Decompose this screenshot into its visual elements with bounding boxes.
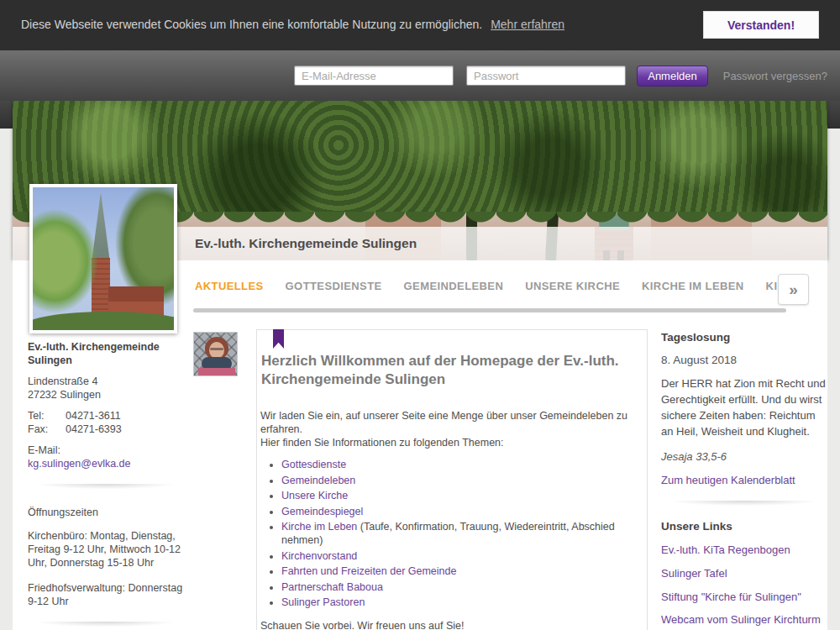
list-item: Gemeindeleben <box>281 474 638 487</box>
article-intro: Wir laden Sie ein, auf unserer Seite ein… <box>260 409 638 449</box>
kalenderblatt-link[interactable]: Zum heutigen Kalenderblatt <box>661 474 827 486</box>
tab-gemeindeleben[interactable]: GEMEINDELEBEN <box>404 280 504 292</box>
list-item: Sulinger Pastoren <box>281 596 638 609</box>
topic-link-kirchenvorstand[interactable]: Kirchenvorstand <box>281 550 357 562</box>
tab-gottesdienste[interactable]: GOTTESDIENSTE <box>286 280 382 292</box>
chevrons-right-icon: » <box>789 281 798 298</box>
login-button[interactable]: Anmelden <box>637 66 708 87</box>
tab-truncated[interactable]: KIR <box>766 280 778 292</box>
org-address: Lindenstraße 4 27232 Sulingen <box>28 375 184 402</box>
fax-row: Fax: 04271-6393 <box>28 423 184 436</box>
email-label: E-Mail: <box>28 444 184 457</box>
topic-link-unsere-kirche[interactable]: Unsere Kirche <box>281 490 348 501</box>
cookie-accept-button[interactable]: Verstanden! <box>703 11 819 39</box>
sidebar-divider <box>658 501 827 507</box>
forgot-password-link[interactable]: Passwort vergessen? <box>723 70 827 82</box>
left-sidebar: Ev.-luth. Kirchengemeinde Sulingen Linde… <box>28 340 184 630</box>
right-sidebar: Tageslosung 8. August 2018 Der HERR hat … <box>661 331 827 630</box>
hours-office: Kirchenbüro: Montag, Dienstag, Freitag 9… <box>28 529 184 570</box>
list-item: Unsere Kirche <box>281 489 638 502</box>
glasses <box>210 348 223 350</box>
topic-link-fahrten[interactable]: Fahrten und Freizeiten der Gemeinde <box>281 565 456 577</box>
link-webcam[interactable]: Webcam vom Sulinger Kirchturm <box>661 612 827 627</box>
fax-value: 04271-6393 <box>66 423 122 436</box>
page: Diese Webseite verwendet Cookies um Ihne… <box>0 0 840 630</box>
main-nav: AKTUELLES GOTTESDIENSTE GEMEINDELEBEN UN… <box>195 280 778 292</box>
fax-label: Fax: <box>28 423 66 436</box>
topic-link-pastoren[interactable]: Sulinger Pastoren <box>281 596 365 608</box>
losung-text: Der HERR hat Zion mit Recht und Gerechti… <box>661 376 827 439</box>
password-field[interactable] <box>466 66 626 86</box>
org-name: Ev.-luth. Kirchengemeinde Sulingen <box>28 340 184 367</box>
link-sulinger-tafel[interactable]: Sulinger Tafel <box>661 566 827 580</box>
nav-underline <box>193 308 786 312</box>
login-bar: Anmelden Passwort vergessen? <box>0 50 840 101</box>
phone-row: Tel: 04271-3611 <box>28 409 184 423</box>
email-link[interactable]: kg.sulingen@evlka.de <box>28 458 131 470</box>
list-item: Gottesdienste <box>281 458 638 471</box>
losung-date: 8. August 2018 <box>661 354 827 366</box>
link-stiftung[interactable]: Stiftung "Kirche für Sulingen" <box>661 590 827 604</box>
losung-source: Jesaja 33,5-6 <box>661 450 827 463</box>
list-item: Gemeindespiegel <box>281 505 638 518</box>
cookie-message: Diese Webseite verwendet Cookies um Ihne… <box>21 18 564 31</box>
address-line1: Lindenstraße 4 <box>28 375 184 388</box>
address-line2: 27232 Sulingen <box>28 388 184 402</box>
cookie-message-text: Diese Webseite verwendet Cookies um Ihne… <box>21 18 482 31</box>
sidebar-divider <box>24 622 187 628</box>
phone-label: Tel: <box>28 409 66 423</box>
more-tabs-button[interactable]: » <box>778 274 809 305</box>
topic-link-gemeindeleben[interactable]: Gemeindeleben <box>281 475 355 486</box>
list-item: Fahrten und Freizeiten der Gemeinde <box>281 564 638 578</box>
list-item: Partnerschaft Baboua <box>281 580 638 594</box>
tab-aktuelles[interactable]: AKTUELLES <box>195 280 264 292</box>
cookie-learn-more-link[interactable]: Mehr erfahren <box>491 18 564 31</box>
link-kita-regenbogen[interactable]: Ev.-luth. KiTa Regenbogen <box>661 543 827 557</box>
email-block: E-Mail: kg.sulingen@evlka.de <box>28 444 184 470</box>
welcome-article: Herzlich Willkommen auf der Homepage der… <box>256 329 648 630</box>
pastor-avatar <box>193 332 238 376</box>
cookie-banner: Diese Webseite verwendet Cookies um Ihne… <box>0 0 840 50</box>
losung-title: Tageslosung <box>661 331 827 344</box>
list-item: Kirche im Leben (Taufe, Konfirmation, Tr… <box>281 520 638 547</box>
phone-value: 04271-3611 <box>66 409 121 423</box>
hours-cemetery: Friedhofsverwaltung: Donnerstag 9-12 Uhr <box>28 581 184 608</box>
hours-title: Öffnungszeiten <box>28 506 184 519</box>
list-item: Kirchenvorstand <box>281 549 638 563</box>
topic-link-kirche-im-leben[interactable]: Kirche im Leben <box>281 521 357 533</box>
church-photo <box>29 184 177 333</box>
links-title: Unsere Links <box>661 520 827 533</box>
topic-link-baboua[interactable]: Partnerschaft Baboua <box>281 581 383 593</box>
bookmark-ribbon-icon <box>273 329 284 349</box>
tab-kirche-im-leben[interactable]: KIRCHE IM LEBEN <box>642 280 744 292</box>
topic-link-gottesdienste[interactable]: Gottesdienste <box>281 459 346 470</box>
article-outro: Schauen Sie vorbei. Wir freuen uns auf S… <box>260 619 638 630</box>
article-title: Herzlich Willkommen auf der Homepage der… <box>261 352 639 389</box>
tab-unsere-kirche[interactable]: UNSERE KIRCHE <box>525 280 620 292</box>
topic-link-gemeindespiegel[interactable]: Gemeindespiegel <box>281 506 363 517</box>
email-field[interactable] <box>294 66 454 86</box>
topic-list: Gottesdienste Gemeindeleben Unsere Kirch… <box>281 458 638 609</box>
sidebar-divider <box>24 484 187 491</box>
